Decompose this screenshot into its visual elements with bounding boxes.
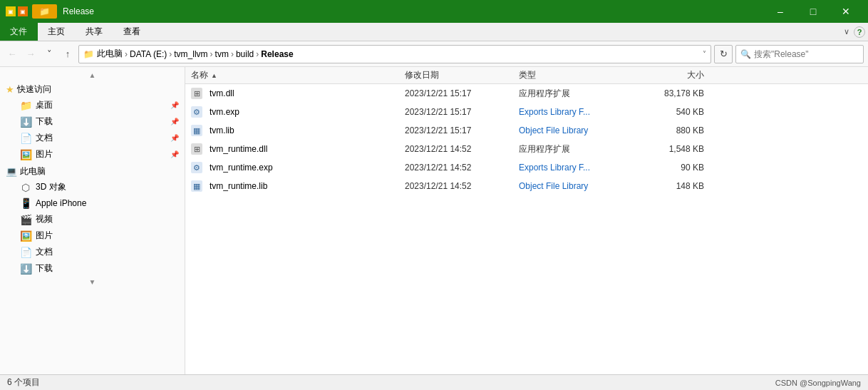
- sidebar-item-videos[interactable]: 🎬 视频: [0, 211, 185, 227]
- pin-icon-documents: 📌: [170, 134, 179, 142]
- sidebar-item-3dobjects[interactable]: ⬡ 3D 对象: [0, 179, 185, 195]
- sidebar-item-desktop[interactable]: 📁 桌面 📌: [0, 97, 185, 113]
- breadcrumb-part-4[interactable]: build: [236, 49, 254, 59]
- iphone-icon: 📱: [20, 197, 31, 209]
- breadcrumb-part-1[interactable]: DATA (E:): [130, 49, 167, 59]
- col-header-date[interactable]: 修改日期: [405, 69, 519, 81]
- title-icon-2: ▣: [18, 6, 28, 16]
- file-name-cell: ▦ tvm_runtime.lib: [191, 180, 405, 192]
- sidebar-item-iphone[interactable]: 📱 Apple iPhone: [0, 195, 185, 211]
- file-type: Object File Library: [519, 181, 633, 191]
- pin-icon-downloads: 📌: [170, 118, 179, 125]
- table-row[interactable]: ⊞ tvm_runtime.dll 2023/12/21 14:52 应用程序扩…: [185, 140, 868, 158]
- title-bar-icons: ▣ ▣: [6, 6, 28, 16]
- file-name-cell: ⚙ tvm_runtime.exp: [191, 162, 405, 173]
- search-icon: 🔍: [740, 49, 751, 59]
- sidebar-item-pictures-label: 图片: [36, 148, 53, 160]
- sidebar-item-pictures[interactable]: 🖼️ 图片 📌: [0, 146, 185, 163]
- search-input[interactable]: [754, 49, 861, 59]
- file-size: 148 KB: [633, 181, 704, 191]
- file-date: 2023/12/21 15:17: [405, 125, 519, 135]
- dropdown-button[interactable]: ˅: [41, 46, 57, 62]
- pictures-icon: 🖼️: [20, 149, 31, 160]
- ribbon-expand-button[interactable]: ∨: [839, 27, 854, 36]
- sidebar-item-documents[interactable]: 📄 文档 📌: [0, 130, 185, 146]
- refresh-button[interactable]: ↻: [714, 45, 733, 63]
- sidebar-item-documents2-label: 文档: [36, 246, 53, 258]
- file-name-cell: ⚙ tvm.exp: [191, 106, 405, 118]
- back-button[interactable]: ←: [4, 46, 20, 62]
- search-box[interactable]: 🔍: [735, 45, 864, 63]
- thispc-icon: 💻: [6, 166, 17, 177]
- sidebar-section-thispc[interactable]: 💻 此电脑: [0, 163, 185, 179]
- sidebar-item-downloads[interactable]: ⬇️ 下载 📌: [0, 113, 185, 130]
- table-row[interactable]: ⚙ tvm.exp 2023/12/21 15:17 Exports Libra…: [185, 103, 868, 121]
- breadcrumb-part-0[interactable]: 此电脑: [97, 48, 123, 60]
- close-button[interactable]: ✕: [830, 0, 862, 23]
- file-date: 2023/12/21 14:52: [405, 163, 519, 173]
- file-name: tvm.dll: [210, 88, 234, 98]
- pin-icon-pictures: 📌: [170, 150, 179, 158]
- sidebar-item-pictures2[interactable]: 🖼️ 图片: [0, 227, 185, 244]
- file-size: 1,548 KB: [633, 144, 704, 154]
- file-name: tvm_runtime.dll: [210, 144, 267, 154]
- file-type-icon: ⚙: [191, 162, 202, 173]
- up-button[interactable]: ↑: [60, 46, 76, 62]
- breadcrumb-part-5[interactable]: Release: [261, 49, 293, 59]
- breadcrumb-part-2[interactable]: tvm_llvm: [174, 49, 207, 59]
- ribbon-tabs: 文件 主页 共享 查看 ∨ ?: [0, 23, 868, 41]
- sidebar-section-quick-access[interactable]: ★ 快速访问: [0, 81, 185, 97]
- sidebar-item-iphone-label: Apple iPhone: [36, 198, 86, 208]
- thispc-label: 此电脑: [20, 165, 46, 178]
- pin-icon-desktop: 📌: [170, 101, 179, 109]
- ribbon-help-button[interactable]: ?: [854, 26, 865, 38]
- table-row[interactable]: ▦ tvm.lib 2023/12/21 15:17 Object File L…: [185, 121, 868, 140]
- file-type: 应用程序扩展: [519, 88, 633, 100]
- address-dropdown-arrow[interactable]: ˅: [703, 50, 706, 58]
- sidebar-scroll-down[interactable]: ▼: [0, 277, 185, 287]
- sidebar-item-documents-label: 文档: [36, 132, 53, 144]
- file-date: 2023/12/21 15:17: [405, 107, 519, 117]
- tab-home[interactable]: 主页: [38, 23, 76, 41]
- file-name-cell: ▦ tvm.lib: [191, 125, 405, 136]
- file-name-cell: ⊞ tvm_runtime.dll: [191, 143, 405, 155]
- file-type: 应用程序扩展: [519, 143, 633, 155]
- col-header-name[interactable]: 名称 ▲: [191, 69, 405, 81]
- table-row[interactable]: ▦ tvm_runtime.lib 2023/12/21 14:52 Objec…: [185, 177, 868, 195]
- file-rows: ⊞ tvm.dll 2023/12/21 15:17 应用程序扩展 83,178…: [185, 84, 868, 374]
- file-type-icon: ⚙: [191, 106, 202, 118]
- tab-file[interactable]: 文件: [0, 23, 38, 41]
- desktop-icon: 📁: [20, 100, 31, 111]
- file-date: 2023/12/21 14:52: [405, 181, 519, 191]
- forward-button[interactable]: →: [23, 46, 38, 62]
- file-type-icon: ⊞: [191, 143, 202, 155]
- sidebar-item-downloads2-label: 下载: [36, 262, 53, 274]
- table-row[interactable]: ⊞ tvm.dll 2023/12/21 15:17 应用程序扩展 83,178…: [185, 84, 868, 103]
- file-type: Exports Library F...: [519, 163, 633, 173]
- file-name: tvm.exp: [210, 107, 239, 117]
- window-title: Release: [63, 6, 764, 16]
- 3dobjects-icon: ⬡: [20, 182, 31, 193]
- quick-access-label: 快速访问: [17, 83, 51, 96]
- breadcrumb-part-3[interactable]: tvm: [215, 49, 229, 59]
- minimize-button[interactable]: –: [764, 0, 797, 23]
- videos-icon: 🎬: [20, 214, 31, 225]
- file-date: 2023/12/21 14:52: [405, 144, 519, 154]
- sidebar-item-documents2[interactable]: 📄 文档: [0, 244, 185, 260]
- sidebar-item-downloads2[interactable]: ⬇️ 下载: [0, 260, 185, 277]
- tab-view[interactable]: 查看: [113, 23, 151, 41]
- sidebar-item-desktop-label: 桌面: [36, 99, 53, 111]
- sidebar-scroll-up[interactable]: ▲: [0, 70, 185, 81]
- maximize-button[interactable]: □: [797, 0, 830, 23]
- file-type-icon: ⊞: [191, 88, 202, 99]
- col-header-size[interactable]: 大小: [633, 69, 704, 81]
- table-row[interactable]: ⚙ tvm_runtime.exp 2023/12/21 14:52 Expor…: [185, 158, 868, 177]
- title-icon-1: ▣: [6, 6, 16, 16]
- address-bar[interactable]: 📁 此电脑 › DATA (E:) › tvm_llvm › tvm › bui…: [78, 45, 711, 63]
- title-file-badge: 📁: [32, 4, 57, 19]
- file-size: 83,178 KB: [633, 88, 704, 98]
- tab-share[interactable]: 共享: [76, 23, 113, 41]
- watermark: CSDN @SongpingWang: [775, 379, 861, 387]
- file-type: Exports Library F...: [519, 107, 633, 117]
- col-header-type[interactable]: 类型: [519, 69, 633, 81]
